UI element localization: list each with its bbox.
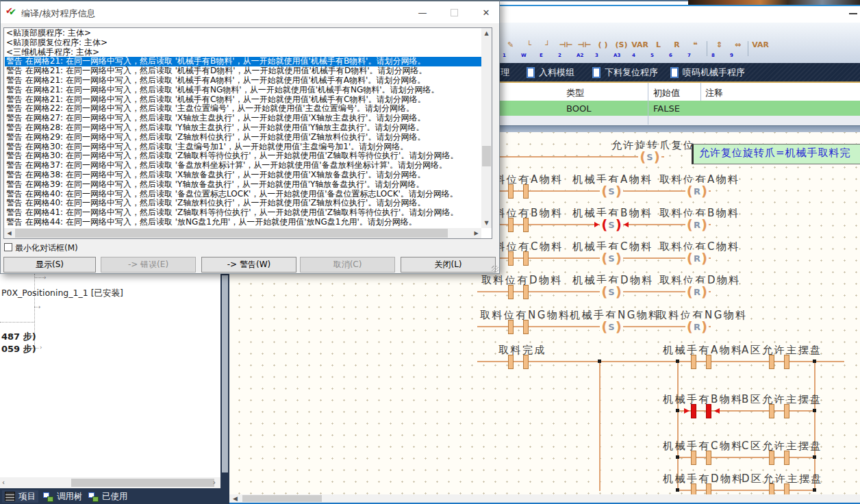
contact[interactable]	[523, 355, 529, 369]
set-coil[interactable]: (S)	[600, 183, 623, 199]
contact[interactable]	[691, 483, 696, 494]
panel-splitter[interactable]	[220, 274, 229, 488]
message-line[interactable]: 警告 在网格44: 在同一网络中写入，然后读取 '放NG盘1允用'，从一开始就使…	[5, 218, 481, 227]
dialog-close-button[interactable]: ✕	[475, 1, 498, 23]
coil-set-tool-icon[interactable]: (S)A3	[613, 40, 630, 58]
scrollbar-thumb[interactable]	[15, 229, 448, 238]
message-line[interactable]: 警告 在网格40: 在同一网络中写入，然后读取 '备盘位置标志LOCK'，从一开…	[5, 190, 481, 199]
column-header-initial[interactable]: 初始值	[653, 87, 680, 99]
message-line[interactable]: <贴顶部膜程序: 主体>	[5, 29, 481, 38]
resize-grip[interactable]	[492, 266, 498, 273]
minimize-dialog-checkbox-label[interactable]: 最小化对话框(M)	[15, 242, 78, 254]
scroll-down-icon[interactable]: ▼	[481, 218, 492, 228]
message-line[interactable]: <贴顶部膜复位程序: 主体>	[5, 38, 481, 48]
scroll-left-icon[interactable]: ◀	[231, 494, 240, 503]
close-button[interactable]: 关闭(L)	[401, 257, 496, 273]
show-button[interactable]: 显示(S)	[3, 257, 96, 273]
network-comment-box[interactable]: 允许复位旋转爪=机械手取料完	[692, 144, 860, 164]
column-header-type[interactable]: 类型	[566, 87, 584, 99]
list-horizontal-scrollbar[interactable]: ◀ ▶	[4, 228, 481, 238]
contact[interactable]	[691, 451, 696, 465]
scroll-right-icon[interactable]: ›	[213, 479, 216, 486]
tab-project[interactable]: 项目	[2, 490, 38, 503]
tree-expand-icon[interactable]: ›	[44, 274, 47, 281]
var-comment-tool-icon[interactable]: VAR	[752, 40, 769, 58]
contact[interactable]	[523, 184, 529, 199]
set-coil[interactable]: (S)	[600, 284, 623, 300]
goto-warning-button[interactable]: -> 警告(W)	[201, 257, 296, 273]
contact[interactable]	[523, 251, 529, 266]
column-insert-tool-icon[interactable]: ⇔9	[729, 40, 746, 58]
contact[interactable]	[523, 285, 529, 299]
ladder-horizontal-scrollbar[interactable]: ◀	[229, 494, 860, 503]
scroll-left-icon[interactable]: ‹	[2, 479, 5, 486]
message-line[interactable]: 警告 在网格30: 在同一网络中写入，然后读取 'Z轴取料等待位执行'，从一开始…	[5, 151, 481, 161]
contact[interactable]	[706, 355, 711, 369]
tab-call-tree[interactable]: 调用树	[43, 490, 83, 503]
contact[interactable]	[784, 483, 789, 494]
contact[interactable]	[784, 404, 789, 418]
contact[interactable]	[769, 483, 774, 494]
splitter-handle[interactable]	[222, 275, 228, 473]
contact[interactable]	[706, 483, 711, 494]
tree-item-steps-2[interactable]: 059 步)	[1, 343, 36, 355]
message-line[interactable]: 警告 在网格29: 在同一网络中写入，然后读取 'Z轴放料位执行'，从一开始就使…	[5, 133, 481, 142]
scrollbar-thumb[interactable]	[482, 146, 491, 166]
reset-coil[interactable]: (R)	[685, 318, 709, 335]
reset-coil[interactable]: (R)	[685, 216, 709, 233]
set-coil[interactable]: (S)	[600, 318, 623, 335]
tree-expand-icon[interactable]: ›	[38, 303, 41, 310]
scrollbar-thumb[interactable]	[242, 495, 322, 502]
message-line[interactable]: 警告 在网格22: 在同一网络中写入，然后读取 '主盘位置编号'，从一开始就使用…	[5, 104, 481, 114]
message-line[interactable]: 警告 在网格41: 在同一网络中写入，然后读取 'Z轴取料等待位执行'，从一开始…	[5, 208, 481, 218]
contact-parallel-tool-icon[interactable]: ⊣⊢A2	[576, 40, 593, 58]
tree-expand-icon[interactable]: ›	[40, 344, 42, 351]
line-corner-up-tool-icon[interactable]: └W	[520, 40, 538, 58]
list-vertical-scrollbar[interactable]: ▲ ▼	[481, 28, 492, 228]
jump-label-tool-icon[interactable]: L5	[650, 40, 667, 58]
tab-inkjet-robot-program[interactable]: 喷码机械手程序	[670, 66, 745, 79]
return-tool-icon[interactable]: R6	[668, 40, 685, 58]
app-minimize-icon[interactable]	[849, 13, 857, 14]
contact[interactable]	[691, 355, 696, 369]
message-line[interactable]: 警告 在网格37: 在同一网络中写入，然后读取 '备盘放料坐标计算'，从一开始就…	[5, 161, 481, 171]
message-line[interactable]: 警告 在网格21: 在同一网络中写入，然后读取 '机械手有A物料'，从一开始就使…	[5, 76, 481, 86]
var-box-tool-icon[interactable]: VAR4	[631, 40, 648, 58]
contact[interactable]	[508, 285, 514, 299]
coil-tool-icon[interactable]: ( )3	[594, 40, 611, 58]
message-line[interactable]: <三维机械手程序: 主体>	[5, 48, 481, 58]
minimize-dialog-checkbox[interactable]	[4, 243, 12, 251]
message-line[interactable]: 警告 在网格21: 在同一网络中写入，然后读取 '机械手有D物料'，从一开始就使…	[5, 66, 481, 76]
contact[interactable]	[523, 320, 529, 334]
reset-coil[interactable]: (R)	[685, 183, 709, 199]
scroll-right-icon[interactable]: ▶	[471, 228, 481, 238]
reset-coil[interactable]: (R)	[685, 250, 709, 266]
row-insert-tool-icon[interactable]: ⇕8	[711, 40, 728, 58]
contact[interactable]	[508, 355, 514, 369]
reset-coil[interactable]: (R)	[685, 284, 709, 300]
message-line[interactable]: 警告 在网格40: 在同一网络中写入，然后读取 'Z轴放料位执行'，从一开始就使…	[5, 199, 481, 208]
contact-highlighted[interactable]	[691, 404, 696, 418]
contact[interactable]	[508, 320, 514, 334]
set-coil[interactable]: (S)	[600, 250, 623, 266]
set-coil[interactable]: (S)	[638, 149, 661, 165]
variable-type-cell[interactable]: BOOL	[566, 103, 591, 114]
message-line[interactable]: 警告 在网格21: 在同一网络中写入，然后读取 '机械手有C物料'，从一开始就使…	[5, 95, 481, 105]
contact[interactable]	[769, 355, 774, 369]
tree-item-steps-1[interactable]: 487 步)	[1, 331, 36, 343]
message-line[interactable]: 警告 在网格39: 在同一网络中写入，然后读取 'Y轴放备盘执行'，从一开始就使…	[5, 180, 481, 190]
contact[interactable]	[508, 218, 514, 232]
contact-tool-icon[interactable]: ⊣⊢2	[557, 40, 574, 58]
pencil-tool-icon[interactable]: ✎1	[502, 40, 519, 58]
message-line[interactable]: 警告 在网格38: 在同一网络中写入，然后读取 'X轴放备盘执行'，从一开始就使…	[5, 171, 481, 180]
scroll-left-icon[interactable]: ◀	[4, 228, 14, 238]
variable-initial-cell[interactable]: FALSE	[653, 103, 680, 114]
line-corner-down-tool-icon[interactable]: ┘E	[539, 40, 556, 58]
tab-used[interactable]: 已使用	[88, 490, 128, 503]
message-line-selected[interactable]: 警告 在网格21: 在同一网络中写入，然后读取 '机械手有B物料'，从一开始就使…	[5, 57, 481, 66]
contact[interactable]	[769, 451, 774, 465]
contact[interactable]	[784, 355, 789, 369]
message-line[interactable]: 警告 在网格30: 在同一网络中写入，然后读取 '主盘编号加1'，从一开始就使用…	[5, 142, 481, 152]
scroll-up-icon[interactable]: ▲	[481, 28, 492, 38]
contact[interactable]	[523, 218, 529, 232]
